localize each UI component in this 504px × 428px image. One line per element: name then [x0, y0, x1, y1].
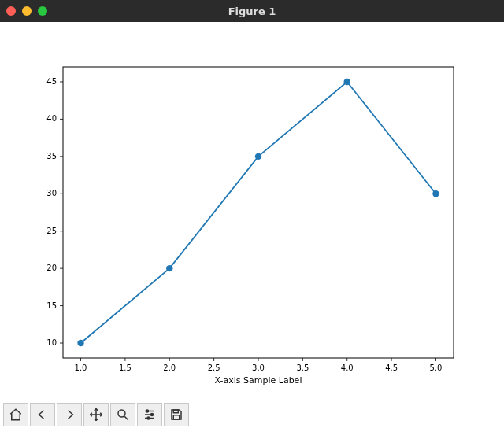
x-tick-label: 2.5	[208, 363, 220, 372]
save-icon	[169, 408, 183, 422]
figure-canvas[interactable]: 1.01.52.02.53.03.54.04.55.0 101520253035…	[0, 22, 504, 400]
data-marker	[344, 79, 350, 85]
pan-button[interactable]	[83, 403, 109, 426]
save-button[interactable]	[164, 403, 189, 426]
x-tick-label: 5.0	[430, 363, 443, 372]
svg-rect-23	[173, 415, 180, 419]
y-tick-label: 35	[46, 152, 57, 160]
back-button[interactable]	[30, 403, 55, 426]
x-tick-label: 4.5	[385, 363, 398, 372]
svg-point-18	[118, 410, 125, 417]
x-tick-label: 1.0	[75, 363, 87, 372]
configure-button[interactable]	[137, 403, 162, 426]
svg-rect-22	[173, 410, 178, 413]
minimize-icon[interactable]	[22, 6, 32, 16]
toolbar	[0, 400, 504, 428]
data-marker	[77, 340, 83, 346]
close-icon[interactable]	[6, 6, 16, 16]
y-tick-label: 40	[46, 114, 57, 123]
data-marker	[166, 265, 172, 271]
y-tick-label: 10	[46, 338, 57, 347]
home-button[interactable]	[3, 403, 28, 426]
svg-point-20	[151, 413, 154, 415]
move-icon	[89, 408, 103, 422]
zoom-button[interactable]	[110, 403, 135, 426]
x-tick-label: 1.5	[119, 363, 132, 372]
x-tick-label: 3.5	[296, 363, 309, 372]
zoom-icon	[116, 408, 130, 422]
sliders-icon	[143, 408, 157, 422]
chart-svg: 1.01.52.02.53.03.54.04.55.0 101520253035…	[0, 22, 504, 400]
x-axis-label: X-axis Sample Label	[215, 375, 302, 386]
titlebar: Figure 1	[0, 0, 504, 22]
x-tick-label: 3.0	[252, 363, 265, 372]
svg-point-21	[147, 417, 150, 419]
data-marker	[432, 190, 439, 197]
window-controls	[6, 6, 47, 16]
svg-point-19	[146, 410, 149, 412]
y-tick-label: 25	[46, 227, 57, 235]
arrow-right-icon	[62, 408, 76, 422]
y-tick-label: 15	[46, 301, 57, 310]
data-marker	[255, 153, 261, 160]
x-tick-label: 2.0	[163, 363, 176, 372]
svg-rect-0	[63, 67, 454, 358]
maximize-icon[interactable]	[38, 6, 47, 16]
window-title: Figure 1	[0, 6, 504, 17]
forward-button[interactable]	[57, 403, 82, 426]
y-tick-label: 45	[46, 77, 57, 86]
x-tick-label: 4.0	[341, 363, 354, 372]
y-tick-label: 20	[46, 264, 57, 272]
arrow-left-icon	[35, 408, 50, 422]
y-tick-label: 30	[46, 189, 57, 197]
home-icon	[9, 408, 23, 422]
